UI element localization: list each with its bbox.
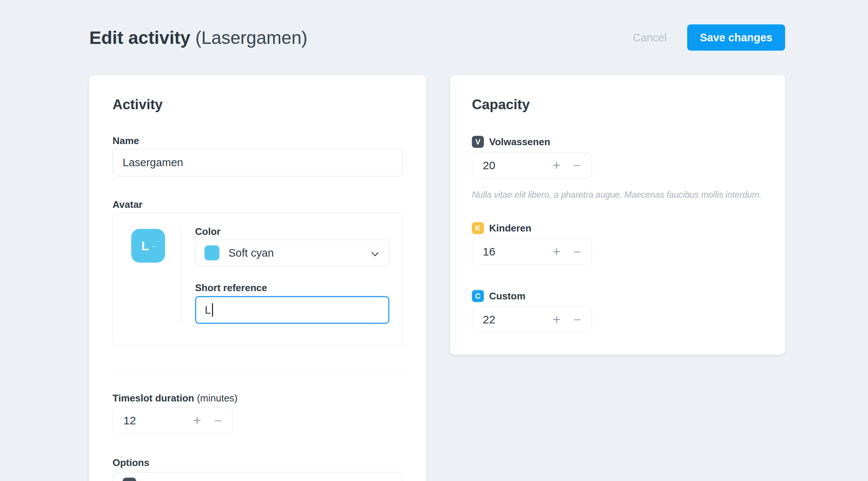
volwassenen-value: 20 [472,159,553,172]
minus-icon[interactable]: − [573,313,581,326]
active-checkbox[interactable]: ✓ [123,478,136,481]
avatar-preview-dash: - [152,240,155,252]
timeslot-label-suffix: (minutes) [197,392,237,404]
color-select[interactable]: Soft cyan [195,240,389,266]
timeslot-value: 12 [113,414,193,427]
color-swatch [204,245,219,260]
active-option-label: Active [141,479,171,481]
color-label: Color [195,227,389,236]
activity-card-title: Activity [113,97,403,113]
capacity-card-title: Capacity [472,97,763,113]
minus-icon[interactable]: − [214,414,222,427]
avatar-divider [181,226,181,325]
options-box: ✓ Active [113,472,403,481]
edit-activity-page: Edit activity (Lasergamen) Cancel Save c… [0,0,868,481]
custom-label: Custom [489,290,526,302]
timeslot-stepper: 12 + − [113,407,233,434]
kinderen-value: 16 [472,245,553,258]
capacity-row-volwassenen: V Volwassenen [472,136,763,148]
kinderen-stepper: 16 + − [472,239,592,265]
volwassenen-stepper: 20 + − [472,152,592,179]
kinderen-badge: K [472,222,484,234]
plus-icon[interactable]: + [553,159,560,172]
plus-icon[interactable]: + [193,414,201,427]
minus-icon[interactable]: − [573,159,581,172]
minus-icon[interactable]: − [573,245,581,259]
capacity-row-kinderen: K Kinderen [472,222,763,234]
activity-card: Activity Name Avatar L - Color Soft cyan… [89,75,426,481]
save-changes-button[interactable]: Save changes [687,24,785,51]
page-title-main: Edit activity [89,28,190,48]
cancel-button[interactable]: Cancel [627,32,672,44]
plus-icon[interactable]: + [553,313,560,326]
volwassenen-note: Nulla vitae elit libero, a pharetra augu… [472,189,763,200]
name-input[interactable] [113,149,403,176]
volwassenen-badge: V [472,136,484,148]
avatar-preview-letter: L [141,239,149,253]
avatar-fields: Color Soft cyan Short reference L [195,227,389,324]
check-icon: ✓ [126,479,133,481]
custom-stepper: 22 + − [472,307,592,333]
plus-icon[interactable]: + [553,245,560,259]
page-title: Edit activity (Lasergamen) [89,27,308,49]
timeslot-label-main: Timeslot duration [113,392,194,404]
short-reference-label: Short reference [195,283,389,293]
short-reference-value: L [205,304,211,316]
options-label: Options [113,458,403,467]
timeslot-label: Timeslot duration (minutes) [113,393,403,403]
custom-value: 22 [472,313,553,326]
capacity-row-custom: C Custom [472,290,763,302]
avatar-label: Avatar [113,200,403,209]
page-title-suffix: (Lasergamen) [195,28,308,48]
chevron-down-icon [371,249,378,256]
text-caret [212,303,213,317]
kinderen-label: Kinderen [489,222,532,234]
short-reference-input[interactable]: L [195,296,389,324]
avatar-preview: L - [131,229,165,263]
color-select-value: Soft cyan [228,247,274,259]
name-label: Name [113,136,403,146]
section-divider [113,371,403,371]
custom-badge: C [472,290,484,302]
avatar-box: L - Color Soft cyan Short reference L [113,213,403,346]
capacity-card: Capacity V Volwassenen 20 + − Nulla vita… [450,75,785,355]
volwassenen-label: Volwassenen [489,136,550,148]
